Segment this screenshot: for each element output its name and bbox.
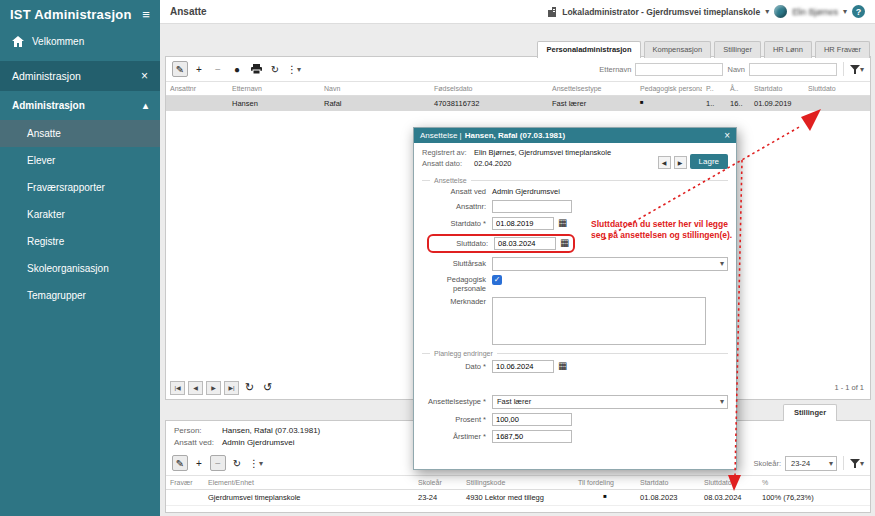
close-icon[interactable]: × xyxy=(141,69,148,83)
arstimer-input[interactable] xyxy=(492,430,572,443)
prev-page-icon[interactable]: ◀ xyxy=(188,381,203,395)
dato-input[interactable] xyxy=(492,360,554,373)
tab-kompensasjon[interactable]: Kompensasjon xyxy=(644,41,712,58)
help-icon[interactable]: ? xyxy=(852,5,865,18)
filter-icon[interactable]: ▾ xyxy=(850,459,864,468)
column-header[interactable]: Å.. xyxy=(726,82,750,96)
sidebar-item-temagrupper[interactable]: Temagrupper xyxy=(0,282,160,309)
table-cell[interactable]: 1.. xyxy=(702,96,726,111)
column-header[interactable]: Etternavn xyxy=(228,82,320,96)
column-header[interactable]: Sluttdato xyxy=(804,82,870,96)
printer-icon[interactable] xyxy=(248,61,264,77)
calendar-icon[interactable]: ▦ xyxy=(558,218,567,228)
column-header[interactable]: P.. xyxy=(702,82,726,96)
column-header[interactable]: Stillingskode xyxy=(462,476,574,490)
tab-stillinger[interactable]: Stillinger xyxy=(714,41,761,58)
sidebar-item-elever[interactable]: Elever xyxy=(0,147,160,174)
first-page-icon[interactable]: |◀ xyxy=(170,381,185,395)
refresh-icon[interactable]: ↻ xyxy=(242,380,257,395)
table-cell[interactable]: 47038116732 xyxy=(430,96,548,111)
sidebar-item-skoleorganisasjon[interactable]: Skoleorganisasjon xyxy=(0,255,160,282)
kebab-menu-icon[interactable]: ⋮▾ xyxy=(286,61,302,77)
column-header[interactable]: Fødselsdato xyxy=(430,82,548,96)
sidebar-item-label: Velkommen xyxy=(32,36,84,47)
next-page-icon[interactable]: ▶ xyxy=(206,381,221,395)
table-cell[interactable]: 100% (76,23%) xyxy=(758,490,870,506)
tab-hr-lonn[interactable]: HR Lønn xyxy=(764,41,812,58)
edit-icon[interactable]: ✎ xyxy=(172,455,188,471)
merknader-textarea[interactable] xyxy=(492,297,706,345)
column-header[interactable]: Skoleår xyxy=(414,476,462,490)
calendar-icon[interactable]: ▦ xyxy=(558,361,567,371)
chevron-down-icon[interactable]: ▾ xyxy=(765,7,769,16)
pedagogisk-checkbox[interactable]: ✓ xyxy=(492,275,502,285)
remove-icon[interactable]: − xyxy=(210,455,226,471)
sluttdato-input[interactable] xyxy=(494,237,556,250)
record-icon[interactable]: ● xyxy=(229,61,245,77)
table-cell[interactable]: Rafal xyxy=(320,96,430,111)
tab-personaladministrasjon[interactable]: Personaladministrasjon xyxy=(537,41,640,58)
filter-name-input[interactable] xyxy=(749,63,837,76)
sluttarsak-select[interactable]: ▾ xyxy=(492,257,728,271)
sidebar-item-karakter[interactable]: Karakter xyxy=(0,201,160,228)
column-header[interactable]: Ansettelsestype xyxy=(548,82,636,96)
column-header[interactable]: Sluttdato xyxy=(700,476,758,490)
filter-lastname-input[interactable] xyxy=(635,63,723,76)
table-cell[interactable]: Hansen xyxy=(228,96,320,111)
table-cell[interactable] xyxy=(166,490,204,506)
table-cell[interactable]: Fast lærer xyxy=(548,96,636,111)
sidebar-item-registre[interactable]: Registre xyxy=(0,228,160,255)
kebab-menu-icon[interactable]: ⋮▾ xyxy=(248,455,264,471)
column-header[interactable]: Ansattnr xyxy=(166,82,228,96)
ansattnr-input[interactable] xyxy=(492,200,572,213)
pedagogisk-flag-icon[interactable]: ■ xyxy=(636,96,702,111)
table-cell[interactable]: 23-24 xyxy=(414,490,462,506)
column-header[interactable]: Fravær xyxy=(166,476,204,490)
add-icon[interactable]: + xyxy=(191,61,207,77)
til-fordeling-flag-icon[interactable]: ■ xyxy=(574,490,636,506)
remove-icon[interactable]: − xyxy=(210,61,226,77)
table-cell-sluttdato[interactable] xyxy=(804,96,870,111)
save-button[interactable]: Lagre xyxy=(690,154,728,169)
add-icon[interactable]: + xyxy=(191,455,207,471)
column-header[interactable]: Navn xyxy=(320,82,430,96)
sidebar-group-administrasjon[interactable]: Administrasjon ▴ xyxy=(0,91,160,120)
table-cell[interactable]: 16.. xyxy=(726,96,750,111)
table-cell-sluttdato[interactable]: 08.03.2024 xyxy=(700,490,758,506)
prosent-input[interactable] xyxy=(492,413,572,426)
tab-stillinger-section[interactable]: Stillinger xyxy=(783,404,837,421)
employees-filters: Etternavn Navn ▾ xyxy=(599,62,864,76)
table-cell[interactable] xyxy=(166,96,228,111)
next-record-icon[interactable]: ▶ xyxy=(674,156,687,169)
sync-icon[interactable]: ↺ xyxy=(260,380,275,395)
table-cell[interactable]: 4930 Lektor med tillegg xyxy=(462,490,574,506)
schoolyear-select[interactable]: 23-24 ▾ xyxy=(785,456,837,471)
table-cell[interactable]: 01.08.2023 xyxy=(636,490,700,506)
avatar[interactable] xyxy=(774,5,787,18)
chevron-down-icon[interactable]: ▾ xyxy=(843,7,847,16)
ansettelsestype-select[interactable]: Fast lærer ▾ xyxy=(492,395,728,409)
column-header[interactable]: Til fordeling xyxy=(574,476,636,490)
column-header[interactable]: Startdato xyxy=(636,476,700,490)
refresh-icon[interactable]: ↻ xyxy=(229,455,245,471)
ansatt-ved-label: Ansatt ved xyxy=(414,187,492,196)
column-header[interactable]: % xyxy=(758,476,870,490)
table-cell[interactable]: Gjerdrumsvei timeplanskole xyxy=(204,490,414,506)
column-header[interactable]: Pedagogisk personale xyxy=(636,82,702,96)
refresh-icon[interactable]: ↻ xyxy=(267,61,283,77)
close-icon[interactable]: × xyxy=(724,131,730,141)
column-header[interactable]: Startdato xyxy=(750,82,804,96)
menu-collapse-icon[interactable]: ≡ xyxy=(142,7,150,22)
table-cell[interactable]: 01.09.2019 xyxy=(750,96,804,111)
sidebar-item-fravaersrapporter[interactable]: Fraværsrapporter xyxy=(0,174,160,201)
sidebar-item-ansatte[interactable]: Ansatte xyxy=(0,120,160,147)
sidebar-item-velkommen[interactable]: Velkommen xyxy=(0,28,160,55)
startdato-input[interactable] xyxy=(492,217,554,230)
calendar-icon[interactable]: ▦ xyxy=(560,238,569,248)
column-header[interactable]: Element/Enhet xyxy=(204,476,414,490)
last-page-icon[interactable]: ▶| xyxy=(224,381,239,395)
prev-record-icon[interactable]: ◀ xyxy=(658,156,671,169)
edit-icon[interactable]: ✎ xyxy=(172,61,188,77)
filter-icon[interactable]: ▾ xyxy=(850,65,864,74)
tab-hr-fravaer[interactable]: HR Fravær xyxy=(815,41,870,58)
